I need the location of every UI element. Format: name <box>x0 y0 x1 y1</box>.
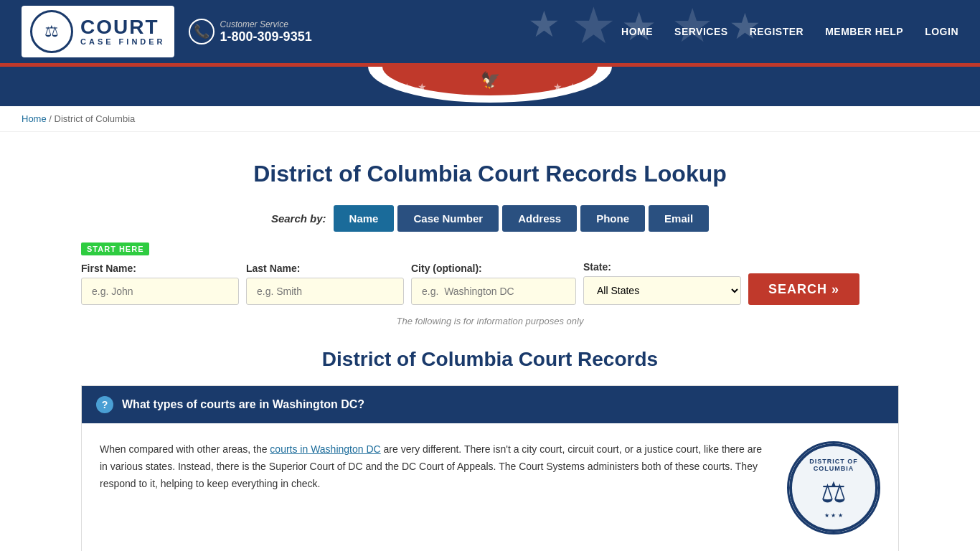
search-form: First Name: Last Name: City (optional): … <box>81 261 899 305</box>
faq-body: When compared with other areas, the cour… <box>82 423 898 551</box>
city-input[interactable] <box>411 278 576 305</box>
faq-question-text: What types of courts are in Washington D… <box>122 398 364 411</box>
site-logo[interactable]: ⚖ COURT CASE FINDER <box>22 6 174 57</box>
logo-case-finder-label: CASE FINDER <box>80 37 166 46</box>
faq-answer-text: When compared with other areas, the cour… <box>100 441 769 534</box>
page-title: District of Columbia Court Records Looku… <box>81 161 899 187</box>
breadcrumb-separator: / <box>49 113 52 124</box>
section-title: District of Columbia Court Records <box>81 348 899 371</box>
nav-home[interactable]: HOME <box>621 26 653 37</box>
state-select[interactable]: All States District of Columbia Alabama … <box>583 276 741 305</box>
city-field: City (optional): <box>411 263 576 305</box>
tab-case-number[interactable]: Case Number <box>397 205 499 232</box>
faq-question-icon: ? <box>96 396 113 413</box>
arch-banner: 🦅 ★ ★ ★ ★ <box>0 67 980 106</box>
first-name-label: First Name: <box>81 263 239 274</box>
star-icon: ★ <box>528 4 560 45</box>
main-content: District of Columbia Court Records Looku… <box>60 132 920 551</box>
cs-text: Customer Service 1-800-309-9351 <box>220 19 312 44</box>
breadcrumb-home[interactable]: Home <box>22 113 47 124</box>
breadcrumb: Home / District of Columbia <box>0 106 980 132</box>
logo-court-label: COURT <box>80 17 166 37</box>
search-section: Search by: Name Case Number Address Phon… <box>81 205 899 326</box>
phone-icon: 📞 <box>189 19 215 44</box>
breadcrumb-current: District of Columbia <box>55 113 136 124</box>
last-name-label: Last Name: <box>246 263 404 274</box>
cs-phone: 1-800-309-9351 <box>220 29 312 44</box>
customer-service: 📞 Customer Service 1-800-309-9351 <box>189 19 312 44</box>
header-left: ⚖ COURT CASE FINDER 📞 Customer Service 1… <box>22 6 312 57</box>
nav-register[interactable]: REGISTER <box>750 26 804 37</box>
city-label: City (optional): <box>411 263 576 274</box>
tab-phone[interactable]: Phone <box>580 205 645 232</box>
main-nav: HOME SERVICES REGISTER MEMBER HELP LOGIN <box>621 26 958 37</box>
tab-address[interactable]: Address <box>502 205 577 232</box>
state-label: State: <box>583 261 741 273</box>
search-by-label: Search by: <box>271 212 326 225</box>
search-button[interactable]: SEARCH » <box>748 273 859 305</box>
logo-text: COURT CASE FINDER <box>80 17 166 46</box>
faq-item: ? What types of courts are in Washington… <box>81 385 899 551</box>
cs-label: Customer Service <box>220 19 312 29</box>
nav-login[interactable]: LOGIN <box>925 26 958 37</box>
faq-header[interactable]: ? What types of courts are in Washington… <box>82 386 898 423</box>
start-here-badge: START HERE <box>81 242 149 255</box>
first-name-input[interactable] <box>81 278 239 305</box>
dc-seal: DISTRICT OFCOLUMBIA ⚖ ★ ★ ★ <box>787 441 880 534</box>
state-field: State: All States District of Columbia A… <box>583 261 741 305</box>
courts-link[interactable]: courts in Washington DC <box>270 443 380 455</box>
disclaimer-text: The following is for information purpose… <box>81 316 899 326</box>
tab-email[interactable]: Email <box>649 205 709 232</box>
nav-member-help[interactable]: MEMBER HELP <box>825 26 903 37</box>
eagle-icon: 🦅 <box>481 71 500 90</box>
search-by-row: Search by: Name Case Number Address Phon… <box>81 205 899 232</box>
logo-icon: ⚖ <box>30 10 73 53</box>
tab-name[interactable]: Name <box>334 205 395 232</box>
site-header: ★ ★ ★ ★ ★ ⚖ COURT CASE FINDER 📞 Customer… <box>0 0 980 63</box>
star-icon: ★ <box>571 0 616 55</box>
last-name-field: Last Name: <box>246 263 404 305</box>
first-name-field: First Name: <box>81 263 239 305</box>
last-name-input[interactable] <box>246 278 404 305</box>
nav-services[interactable]: SERVICES <box>674 26 728 37</box>
